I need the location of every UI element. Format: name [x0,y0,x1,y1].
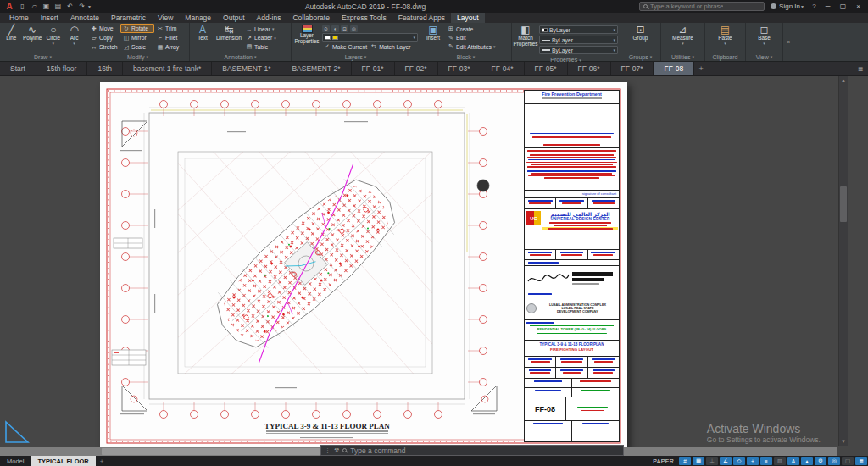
object-track-icon[interactable]: + [747,457,759,465]
circle-button[interactable]: ○ Circle ▾ [44,24,64,52]
layer-lock-icon[interactable]: ⊡ [341,25,348,32]
file-tab-basement-1[interactable]: BASEMENT-1* [212,62,281,75]
modify-panel-label[interactable]: Modify▾ [86,53,189,61]
trim-button[interactable]: ✂Trim [154,24,185,33]
fillet-button[interactable]: ⌐Fillet [154,33,185,42]
workspace-gear-icon[interactable]: ⚙ [815,457,826,465]
grid-icon[interactable]: # [679,457,691,465]
draw-panel-label[interactable]: Draw▾ [0,53,86,61]
file-tab-basement-fire-tank[interactable]: basement 1 fire tank* [123,62,212,75]
file-tab-ff-05[interactable]: FF-05* [525,62,568,75]
edit-block-button[interactable]: ✎Edit [446,34,497,42]
array-button[interactable]: ▦Array [154,42,185,52]
line-button[interactable]: ╱ Line [2,24,21,52]
file-tab-ff-08[interactable]: FF-08 [654,62,694,75]
move-button[interactable]: ✚Move [88,24,120,33]
match-layer-button[interactable]: ⇆Match Layer [369,42,412,51]
annotation-icon[interactable]: A [787,457,799,465]
file-tab-ff-01[interactable]: FF-01* [352,62,395,75]
save-icon[interactable]: ▣ [41,3,52,10]
measure-caret-icon[interactable]: ▾ [682,42,684,45]
model-tab[interactable]: Model [0,456,31,466]
new-drawing-tab-icon[interactable]: + [694,62,708,75]
drawing-viewport[interactable]: TYPICAL 3-9 & 11-13 FLOOR PLAN Fire Prev… [0,76,868,456]
stretch-button[interactable]: ↔Stretch [88,42,120,52]
create-block-button[interactable]: ⊞Create [446,25,497,33]
new-file-icon[interactable]: ▯ [17,3,28,10]
groups-panel-label[interactable]: Groups▾ [620,53,660,61]
layer-properties-button[interactable]: Layer Properties [293,24,320,52]
undo-icon[interactable]: ↶ [64,3,75,10]
table-button[interactable]: ▤Table [244,42,278,51]
file-tab-ff-02[interactable]: FF-02* [395,62,438,75]
leader-button[interactable]: ↗Leader▾ [244,34,278,42]
search-input[interactable]: Type a keyword or phrase [639,2,765,11]
ribbon-tab-annotate[interactable]: Annotate [64,13,105,23]
circle-caret-icon[interactable]: ▾ [53,42,55,45]
new-layout-icon[interactable]: + [96,456,108,466]
arc-button[interactable]: ◠ Arc ▾ [64,24,84,52]
block-panel-label[interactable]: Block▾ [420,53,511,61]
copy-button[interactable]: ▱Copy [88,33,120,42]
sign-in-caret-icon[interactable]: ▾ [801,3,808,9]
minimize-button[interactable]: ─ [821,3,835,10]
sign-in-button[interactable]: Sign In [779,3,800,10]
close-button[interactable]: × [851,3,865,10]
measure-button[interactable]: ⊿ Measure ▾ [672,24,694,52]
annotation-scale-icon[interactable]: ▲ [801,457,813,465]
mirror-button[interactable]: ◫Mirror [120,33,154,42]
file-tab-ff-04[interactable]: FF-04* [481,62,525,75]
command-input[interactable]: Type a command [350,447,405,455]
print-icon[interactable]: ▤ [53,3,64,10]
paste-caret-icon[interactable]: ▾ [724,42,726,45]
view-panel-label[interactable]: View▾ [746,53,782,61]
scroll-up-icon[interactable]: ▲ [839,76,848,85]
scale-button[interactable]: ◿Scale [120,42,154,52]
transparency-icon[interactable]: ▨ [774,457,786,465]
text-button[interactable]: A Text [192,24,214,52]
redo-icon[interactable]: ↷ [76,3,87,10]
linear-button[interactable]: ↔Linear▾ [244,25,278,33]
ribbon-tab-parametric[interactable]: Parametric [105,13,152,23]
polyline-button[interactable]: ∿ Polyline [23,24,42,52]
file-tab-ff-03[interactable]: FF-03* [438,62,481,75]
ribbon-tab-manage[interactable]: Manage [179,13,217,23]
dimension-button[interactable]: ↹ Dimension [215,24,242,52]
layout-tab-typical-floor[interactable]: TYPICAL FLOOR [31,456,95,466]
paste-button[interactable]: ▤ Paste ▾ [715,24,737,52]
ribbon-tab-home[interactable]: Home [3,13,35,23]
open-file-icon[interactable]: ▱ [29,3,40,10]
lineweight-select[interactable]: ByLayer ▾ [539,46,618,54]
vertical-scrollbar[interactable]: ▲ ▼ [838,76,848,446]
vertical-scroll-thumb[interactable] [840,186,847,222]
group-button[interactable]: ⊡ Group [630,24,652,52]
ribbon-tab-featured-apps[interactable]: Featured Apps [392,13,451,23]
layer-isolate-icon[interactable]: ◎ [350,25,358,32]
ribbon-tab-layout[interactable]: Layout [451,13,485,23]
snap-icon[interactable]: ▦ [693,457,704,465]
layer-select[interactable]: ▾ [322,33,418,42]
make-current-button[interactable]: ✓Make Current [322,42,369,51]
scroll-down-icon[interactable]: ▼ [839,437,848,446]
base-view-button[interactable]: ◻ Base ▾ [754,24,776,52]
ribbon-overflow-icon[interactable]: » [783,23,793,61]
arc-caret-icon[interactable]: ▾ [73,42,75,45]
insert-block-button[interactable]: ▣ Insert [422,24,444,52]
quick-access-caret-icon[interactable]: ▾ [88,3,95,9]
file-tab-16th[interactable]: 16th [87,62,123,75]
customize-icon[interactable]: ≣ [855,457,867,465]
utilities-panel-label[interactable]: Utilities▾ [661,53,704,61]
osnap-icon[interactable]: ◇ [733,457,745,465]
help-icon[interactable]: ? [809,3,820,10]
ribbon-tab-output[interactable]: Output [217,13,251,23]
file-tab-15th-floor[interactable]: 15th floor [36,62,87,75]
ribbon-tab-addins[interactable]: Add-ins [251,13,287,23]
layer-on-icon[interactable]: ⊙ [322,25,330,32]
ortho-icon[interactable]: ⊥ [706,457,718,465]
file-tab-start[interactable]: Start [0,62,36,75]
command-customize-icon[interactable]: ⚒ [334,447,339,454]
file-tab-ff-07[interactable]: FF-07* [611,62,654,75]
file-tabs-menu-icon[interactable]: ≣ [853,62,868,75]
file-tab-basement-2[interactable]: BASEMENT-2* [281,62,351,75]
edit-attributes-button[interactable]: ✎Edit Attributes▾ [446,42,497,51]
